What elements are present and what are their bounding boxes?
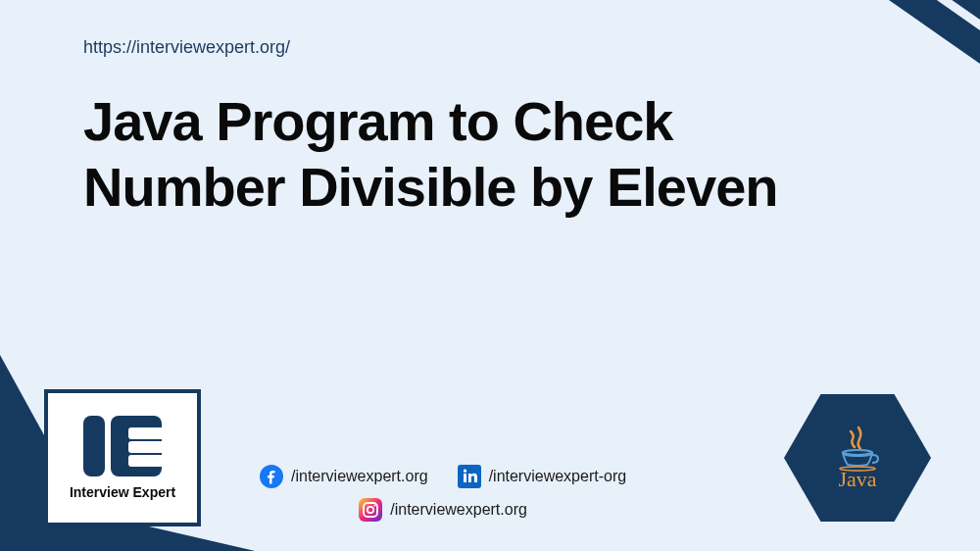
linkedin-text: /interviewexpert-org: [489, 468, 627, 485]
instagram-link[interactable]: /interviewexpert.org: [359, 498, 527, 522]
linkedin-link[interactable]: /interviewexpert-org: [458, 465, 627, 488]
social-row: /interviewexpert.org /interviewexpert-or…: [260, 465, 626, 488]
java-cup-icon: [833, 424, 882, 463]
logo-letter-i: [83, 416, 105, 476]
facebook-link[interactable]: /interviewexpert.org: [260, 465, 428, 488]
page-title: Java Program to Check Number Divisible b…: [83, 88, 848, 220]
logo-text: Interview Expert: [70, 484, 175, 500]
svg-point-6: [843, 450, 872, 456]
facebook-icon: [260, 465, 283, 488]
social-links: /interviewexpert.org /interviewexpert-or…: [260, 465, 626, 522]
svg-rect-2: [359, 498, 382, 522]
svg-point-7: [840, 467, 875, 471]
linkedin-icon: [458, 465, 481, 488]
logo-letter-e: [111, 416, 162, 476]
social-row: /interviewexpert.org: [359, 498, 527, 522]
facebook-text: /interviewexpert.org: [291, 468, 428, 485]
java-badge: Java: [779, 389, 936, 526]
svg-point-5: [374, 505, 376, 507]
brand-logo: Interview Expert: [44, 389, 201, 526]
instagram-text: /interviewexpert.org: [390, 501, 527, 519]
hexagon-shape: Java: [784, 394, 931, 522]
logo-inner: Interview Expert: [48, 393, 197, 523]
instagram-icon: [359, 498, 382, 522]
logo-letters: [83, 416, 162, 476]
site-url: https://interviewexpert.org/: [83, 37, 290, 58]
stripe: [832, 0, 980, 129]
